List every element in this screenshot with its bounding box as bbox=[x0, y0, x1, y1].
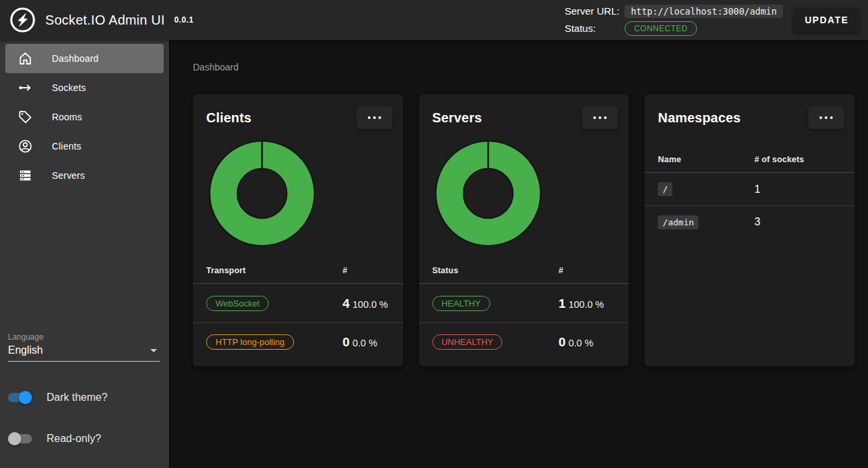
servers-card: Servers Status # HEALTHY bbox=[419, 94, 629, 366]
socket-percentage: 100.0 % bbox=[353, 299, 388, 310]
sidebar-item-servers[interactable]: Servers bbox=[5, 161, 164, 190]
sidebar-item-clients[interactable]: Clients bbox=[5, 132, 164, 161]
column-header: # of sockets bbox=[754, 155, 841, 164]
server-url-label: Server URL: bbox=[565, 5, 620, 17]
socket-arrow-icon bbox=[17, 80, 33, 96]
servers-card-title: Servers bbox=[432, 110, 482, 126]
clients-card-menu-button[interactable] bbox=[357, 106, 392, 129]
status-badge: HEALTHY bbox=[432, 296, 490, 311]
server-percentage: 100.0 % bbox=[569, 299, 604, 310]
column-header: Status bbox=[432, 266, 559, 275]
column-header: # bbox=[343, 266, 390, 275]
server-count: 0 bbox=[559, 335, 566, 349]
table-row: WebSocket 4 100.0 % bbox=[193, 284, 403, 322]
socket-percentage: 0.0 % bbox=[353, 338, 377, 348]
read-only-toggle[interactable] bbox=[8, 432, 32, 445]
sidebar-item-label: Rooms bbox=[52, 112, 82, 122]
column-header: Transport bbox=[206, 266, 343, 275]
chevron-down-icon bbox=[150, 349, 157, 352]
account-circle-icon bbox=[17, 138, 33, 154]
clients-card: Clients Transport # WebSoc bbox=[193, 94, 403, 366]
status-label: Status: bbox=[565, 23, 596, 34]
main-content: Dashboard Clients Transport bbox=[169, 40, 868, 468]
home-icon bbox=[17, 51, 33, 66]
status-badge: CONNECTED bbox=[625, 21, 697, 36]
transport-badge: WebSocket bbox=[206, 296, 269, 311]
table-row[interactable]: / 1 bbox=[645, 173, 855, 205]
server-status-block: Server URL: http://localhost:3000/admin … bbox=[565, 5, 783, 36]
sidebar-item-dashboard[interactable]: Dashboard bbox=[5, 44, 164, 73]
sidebar-item-sockets[interactable]: Sockets bbox=[5, 73, 164, 102]
toggle-thumb bbox=[19, 391, 32, 404]
clients-donut-chart bbox=[202, 134, 322, 253]
language-label: Language bbox=[8, 332, 160, 342]
app-header: Socket.IO Admin UI 0.0.1 Server URL: htt… bbox=[0, 0, 868, 40]
socketio-logo-icon bbox=[9, 7, 36, 33]
clients-transport-table: Transport # WebSocket 4 100.0 % HTTP lon… bbox=[193, 257, 403, 361]
dark-theme-toggle[interactable] bbox=[8, 391, 32, 404]
namespaces-table: Name # of sockets / 1 /admin 3 bbox=[645, 146, 855, 238]
namespaces-card-title: Namespaces bbox=[658, 110, 740, 126]
toggle-thumb bbox=[8, 432, 21, 445]
servers-status-table: Status # HEALTHY 1 100.0 % UNHEALTHY 0 0… bbox=[419, 257, 629, 361]
sidebar: Dashboard Sockets Rooms Clients bbox=[0, 40, 169, 468]
namespace-socket-count: 1 bbox=[754, 183, 841, 195]
table-row: HEALTHY 1 100.0 % bbox=[419, 284, 629, 322]
sidebar-item-label: Dashboard bbox=[52, 53, 98, 64]
namespace-name: / bbox=[658, 182, 672, 196]
table-row[interactable]: /admin 3 bbox=[645, 205, 855, 238]
language-value: English bbox=[8, 344, 43, 356]
server-stack-icon bbox=[17, 168, 33, 183]
sidebar-nav: Dashboard Sockets Rooms Clients bbox=[0, 40, 169, 190]
dots-menu-icon bbox=[368, 116, 381, 119]
dots-menu-icon bbox=[819, 116, 833, 119]
sidebar-item-label: Sockets bbox=[52, 82, 86, 93]
clients-card-title: Clients bbox=[206, 110, 251, 126]
dark-theme-row: Dark theme? bbox=[8, 391, 160, 404]
namespace-socket-count: 3 bbox=[754, 216, 841, 228]
dashboard-cards: Clients Transport # WebSoc bbox=[193, 94, 855, 366]
namespace-name: /admin bbox=[658, 215, 698, 229]
sidebar-settings: Language English Dark theme? Read-only? bbox=[0, 332, 169, 468]
column-header: # bbox=[559, 266, 616, 275]
dark-theme-label: Dark theme? bbox=[47, 392, 108, 404]
server-url-value: http://localhost:3000/admin bbox=[625, 5, 782, 18]
app-version: 0.0.1 bbox=[174, 15, 194, 25]
breadcrumb: Dashboard bbox=[193, 62, 855, 72]
socket-count: 0 bbox=[343, 335, 350, 349]
status-badge: UNHEALTHY bbox=[432, 334, 503, 350]
read-only-label: Read-only? bbox=[47, 433, 101, 445]
dots-menu-icon bbox=[593, 116, 607, 119]
namespaces-card: Namespaces Name # of sockets / 1 /admi bbox=[645, 94, 855, 366]
transport-badge: HTTP long-polling bbox=[206, 334, 294, 350]
sidebar-item-label: Clients bbox=[52, 141, 81, 152]
language-select[interactable]: English bbox=[8, 344, 160, 362]
socket-count: 4 bbox=[343, 296, 350, 310]
update-button[interactable]: UPDATE bbox=[794, 7, 860, 33]
table-row: UNHEALTHY 0 0.0 % bbox=[419, 322, 629, 361]
column-header: Name bbox=[658, 155, 754, 164]
table-row: HTTP long-polling 0 0.0 % bbox=[193, 322, 403, 361]
servers-donut-chart bbox=[428, 134, 548, 253]
server-percentage: 0.0 % bbox=[569, 338, 593, 348]
sidebar-item-rooms[interactable]: Rooms bbox=[5, 102, 164, 132]
app-title: Socket.IO Admin UI bbox=[45, 13, 165, 28]
server-count: 1 bbox=[559, 296, 566, 310]
tag-icon bbox=[17, 109, 33, 125]
sidebar-item-label: Servers bbox=[52, 170, 85, 181]
read-only-row: Read-only? bbox=[8, 432, 160, 445]
servers-card-menu-button[interactable] bbox=[582, 106, 618, 129]
namespaces-card-menu-button[interactable] bbox=[808, 106, 844, 129]
